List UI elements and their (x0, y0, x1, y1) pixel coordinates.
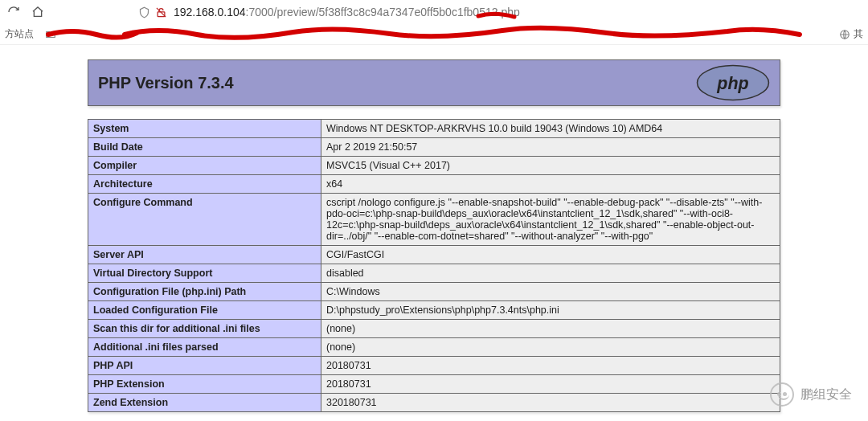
table-row: PHP Extension20180731 (88, 375, 780, 394)
folder-icon (45, 29, 56, 40)
info-value: MSVC15 (Visual C++ 2017) (321, 157, 780, 175)
info-value: 20180731 (321, 357, 780, 375)
watermark-icon (770, 382, 794, 407)
info-key: Configuration File (php.ini) Path (88, 283, 321, 301)
info-key: Configure Command (88, 194, 321, 246)
bookmark-item[interactable]: 方站点 (5, 27, 34, 41)
info-key: Virtual Directory Support (88, 264, 321, 283)
table-row: Additional .ini files parsed(none) (88, 338, 780, 357)
php-logo: php (696, 64, 770, 101)
info-key: Architecture (88, 175, 321, 194)
redaction-scribble (0, 24, 868, 45)
table-row: PHP API20180731 (88, 357, 780, 375)
table-row: Loaded Configuration FileD:\phpstudy_pro… (88, 301, 780, 320)
info-value: 320180731 (321, 394, 780, 412)
home-button[interactable] (31, 5, 45, 19)
table-row: SystemWindows NT DESKTOP-ARKRVHS 10.0 bu… (88, 120, 780, 138)
info-value: CGI/FastCGI (321, 246, 780, 264)
info-key: Additional .ini files parsed (88, 338, 321, 357)
watermark-text: 鹏组安全 (800, 386, 852, 403)
info-key: Build Date (88, 138, 321, 157)
table-row: Zend Extension320180731 (88, 394, 780, 412)
url-host: 192.168.0.104 (174, 6, 246, 18)
page-title: PHP Version 7.3.4 (98, 74, 234, 92)
address-bar[interactable]: 192.168.0.104:7000/preview/5f38ff3c8c94a… (174, 6, 520, 18)
table-row: CompilerMSVC15 (Visual C++ 2017) (88, 157, 780, 175)
info-value: disabled (321, 264, 780, 283)
svg-text:php: php (716, 74, 748, 93)
info-value: Apr 2 2019 21:50:57 (321, 138, 780, 157)
table-row: Configure Commandcscript /nologo configu… (88, 194, 780, 246)
info-key: Server API (88, 246, 321, 264)
reload-button[interactable] (6, 5, 21, 19)
info-value: 20180731 (321, 375, 780, 394)
lock-off-icon (155, 6, 167, 18)
info-key: PHP Extension (88, 375, 321, 394)
table-row: Architecturex64 (88, 175, 780, 194)
watermark: 鹏组安全 (770, 382, 852, 407)
info-value: C:\Windows (321, 283, 780, 301)
info-key: Zend Extension (88, 394, 321, 412)
info-key: Loaded Configuration File (88, 301, 321, 320)
table-row: Scan this dir for additional .ini files(… (88, 320, 780, 338)
phpinfo-header: PHP Version 7.3.4 php (88, 59, 780, 106)
bookmark-folder[interactable] (45, 29, 62, 40)
shield-icon (138, 6, 150, 18)
browser-toolbar: 192.168.0.104:7000/preview/5f38ff3c8c94a… (0, 0, 868, 24)
bookmark-globe[interactable]: 其 (839, 27, 863, 41)
info-key: System (88, 120, 321, 138)
table-row: Configuration File (php.ini) PathC:\Wind… (88, 283, 780, 301)
info-value: Windows NT DESKTOP-ARKRVHS 10.0 build 19… (321, 120, 780, 138)
table-row: Virtual Directory Supportdisabled (88, 264, 780, 283)
info-key: Compiler (88, 157, 321, 175)
phpinfo-tbody: SystemWindows NT DESKTOP-ARKRVHS 10.0 bu… (88, 120, 780, 412)
info-value: cscript /nologo configure.js "--enable-s… (321, 194, 780, 246)
info-value: D:\phpstudy_pro\Extensions\php\php7.3.4n… (321, 301, 780, 320)
table-row: Server APICGI/FastCGI (88, 246, 780, 264)
phpinfo-container: PHP Version 7.3.4 php SystemWindows NT D… (88, 59, 780, 412)
phpinfo-table: SystemWindows NT DESKTOP-ARKRVHS 10.0 bu… (88, 119, 780, 412)
bookmarks-bar: 方站点 其 (0, 24, 868, 45)
url-path: :7000/preview/5f38ff3c8c94a7347e0ff5b0c1… (246, 6, 520, 18)
table-row: Build DateApr 2 2019 21:50:57 (88, 138, 780, 157)
info-value: x64 (321, 175, 780, 194)
info-key: Scan this dir for additional .ini files (88, 320, 321, 338)
address-bar-security (138, 6, 167, 18)
info-value: (none) (321, 320, 780, 338)
page-viewport: PHP Version 7.3.4 php SystemWindows NT D… (0, 45, 868, 421)
info-key: PHP API (88, 357, 321, 375)
info-value: (none) (321, 338, 780, 357)
globe-icon (839, 29, 850, 40)
